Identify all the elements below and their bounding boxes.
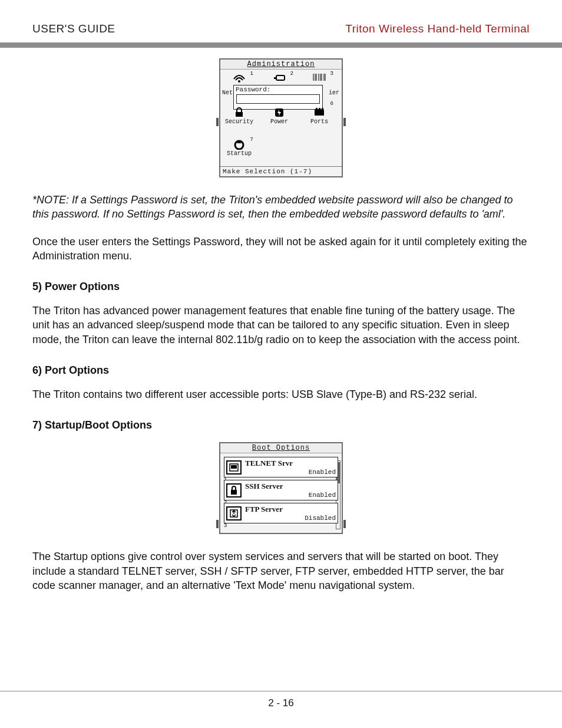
- body-paragraph: The Startup options give control over sy…: [32, 549, 530, 592]
- admin-item-label: Power: [262, 118, 297, 125]
- admin-item-label: Security: [222, 118, 257, 125]
- admin-device-screen: Administration 1 2 3: [219, 58, 343, 177]
- boot-row-status: Disabled: [245, 515, 336, 522]
- device-notch-right: [343, 520, 346, 528]
- boot-row-telnet: TELNET Srvr Enabled 1: [224, 457, 338, 477]
- lock-icon: [226, 483, 242, 498]
- boot-screenshot: Boot Options TELNET Srvr Enabled 1: [32, 442, 530, 534]
- password-label: Password:: [234, 85, 322, 93]
- svg-rect-13: [315, 110, 324, 116]
- admin-footer: Make Selection (1-7): [220, 166, 342, 176]
- admin-item-security: Security: [222, 106, 257, 125]
- svg-rect-16: [322, 108, 323, 110]
- admin-screenshot: Administration 1 2 3: [32, 58, 530, 177]
- power-icon: [272, 107, 286, 118]
- svg-rect-14: [316, 108, 318, 110]
- svg-rect-1: [276, 75, 285, 80]
- admin-item-3: 3: [302, 72, 337, 84]
- startup-icon: [232, 139, 246, 150]
- device-notch-left: [216, 118, 219, 126]
- boot-row-status: Enabled: [245, 469, 336, 476]
- svg-point-0: [238, 80, 240, 83]
- body-paragraph: Once the user enters the Settings Passwo…: [32, 235, 530, 263]
- admin-item-1: 1: [222, 72, 257, 84]
- header-left: USER'S GUIDE: [32, 22, 115, 35]
- admin-item-num: 6: [330, 101, 333, 107]
- barcode-icon: [312, 73, 326, 84]
- device-notch-left: [216, 520, 219, 528]
- admin-item-num: 1: [250, 71, 253, 77]
- admin-item-label: Ports: [302, 118, 337, 125]
- svg-rect-11: [236, 112, 243, 117]
- header-right: Triton Wireless Hand-held Terminal: [345, 22, 530, 35]
- body-paragraph: The Triton contains two different user a…: [32, 387, 530, 401]
- ier-label-fragment: ier: [329, 90, 339, 96]
- boot-title: Boot Options: [220, 443, 342, 453]
- admin-item-2: 2: [262, 72, 297, 84]
- boot-row-name: FTP Server: [245, 505, 336, 514]
- svg-rect-2: [274, 77, 276, 79]
- page-number: 2 - 16: [0, 697, 562, 709]
- admin-item-num: 2: [290, 71, 293, 77]
- page-header: USER'S GUIDE Triton Wireless Hand-held T…: [32, 22, 530, 35]
- admin-item-startup: 7 Startup: [222, 138, 257, 157]
- header-divider: [0, 42, 562, 48]
- note-paragraph: *NOTE: If a Settings Password is set, th…: [32, 193, 530, 222]
- admin-title: Administration: [220, 60, 342, 70]
- body-paragraph: The Triton has advanced power management…: [32, 304, 530, 347]
- terminal-icon: [226, 460, 242, 475]
- heading-port-options: 6) Port Options: [32, 364, 530, 377]
- net-label-fragment: Net: [222, 90, 233, 96]
- settings-icon: [272, 73, 286, 84]
- admin-item-ports: 6 Ports: [302, 106, 337, 125]
- boot-device-screen: Boot Options TELNET Srvr Enabled 1: [219, 442, 343, 534]
- ports-icon: [312, 107, 326, 118]
- admin-item-num: 7: [250, 137, 253, 143]
- wifi-icon: [232, 73, 246, 84]
- heading-power-options: 5) Power Options: [32, 281, 530, 293]
- transfer-icon: [226, 506, 242, 521]
- page: USER'S GUIDE Triton Wireless Hand-held T…: [0, 0, 562, 728]
- admin-item-num: 3: [330, 71, 333, 77]
- svg-rect-20: [231, 490, 237, 495]
- svg-rect-15: [319, 108, 320, 110]
- device-notch-right: [343, 118, 346, 126]
- admin-item-label: Startup: [222, 150, 257, 157]
- boot-row-name: TELNET Srvr: [245, 459, 336, 468]
- boot-row-ftp: FTP Server Disabled 3: [224, 503, 338, 523]
- footer-divider: [0, 691, 562, 691]
- heading-startup-options: 7) Startup/Boot Options: [32, 419, 530, 431]
- boot-row-status: Enabled: [245, 492, 336, 499]
- lock-icon: [232, 107, 246, 118]
- boot-row-num: 3: [224, 523, 227, 529]
- admin-item-power: Power: [262, 106, 297, 125]
- boot-row-ssh: SSH Server Enabled 2: [224, 480, 338, 500]
- svg-rect-19: [231, 465, 237, 469]
- password-input[interactable]: [236, 94, 320, 104]
- boot-row-name: SSH Server: [245, 482, 336, 491]
